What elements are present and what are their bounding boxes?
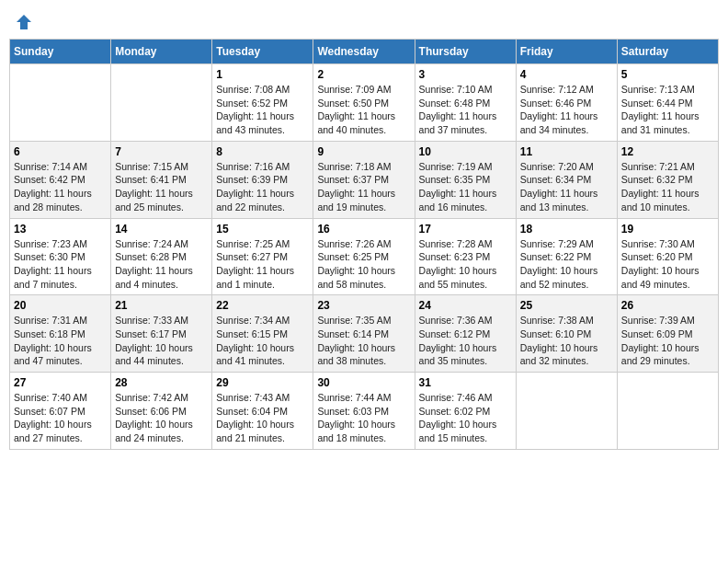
day-info: Sunrise: 7:10 AM Sunset: 6:48 PM Dayligh… bbox=[419, 83, 512, 137]
day-number: 6 bbox=[14, 145, 107, 158]
day-info: Sunrise: 7:29 AM Sunset: 6:22 PM Dayligh… bbox=[520, 237, 613, 292]
calendar-table: SundayMondayTuesdayWednesdayThursdayFrid… bbox=[9, 39, 719, 450]
calendar-cell: 1Sunrise: 7:08 AM Sunset: 6:52 PM Daylig… bbox=[212, 64, 313, 142]
calendar-cell: 7Sunrise: 7:15 AM Sunset: 6:41 PM Daylig… bbox=[111, 141, 212, 218]
calendar-week-row: 1Sunrise: 7:08 AM Sunset: 6:52 PM Daylig… bbox=[10, 64, 719, 142]
day-number: 9 bbox=[317, 145, 410, 158]
day-info: Sunrise: 7:26 AM Sunset: 6:25 PM Dayligh… bbox=[317, 237, 410, 292]
weekday-header: Monday bbox=[111, 40, 212, 64]
calendar-cell: 8Sunrise: 7:16 AM Sunset: 6:39 PM Daylig… bbox=[212, 141, 313, 218]
page-header bbox=[9, 9, 719, 31]
day-number: 24 bbox=[419, 299, 512, 312]
weekday-header: Thursday bbox=[415, 40, 516, 64]
logo-icon bbox=[15, 13, 33, 31]
weekday-header: Tuesday bbox=[212, 40, 313, 64]
day-info: Sunrise: 7:35 AM Sunset: 6:14 PM Dayligh… bbox=[317, 314, 410, 368]
calendar-cell bbox=[111, 64, 212, 142]
calendar-cell: 30Sunrise: 7:44 AM Sunset: 6:03 PM Dayli… bbox=[313, 373, 415, 450]
day-number: 25 bbox=[520, 299, 613, 312]
calendar-cell: 24Sunrise: 7:36 AM Sunset: 6:12 PM Dayli… bbox=[415, 295, 516, 373]
calendar-cell bbox=[617, 373, 718, 450]
day-number: 15 bbox=[216, 223, 309, 236]
day-info: Sunrise: 7:39 AM Sunset: 6:09 PM Dayligh… bbox=[621, 314, 714, 368]
day-number: 17 bbox=[419, 223, 512, 236]
day-info: Sunrise: 7:18 AM Sunset: 6:37 PM Dayligh… bbox=[317, 160, 410, 214]
day-number: 1 bbox=[216, 68, 309, 81]
day-number: 19 bbox=[621, 223, 714, 236]
calendar-cell: 3Sunrise: 7:10 AM Sunset: 6:48 PM Daylig… bbox=[415, 64, 516, 142]
day-info: Sunrise: 7:25 AM Sunset: 6:27 PM Dayligh… bbox=[216, 237, 309, 292]
weekday-header: Wednesday bbox=[313, 40, 415, 64]
weekday-header: Sunday bbox=[10, 40, 111, 64]
calendar-cell: 22Sunrise: 7:34 AM Sunset: 6:15 PM Dayli… bbox=[212, 295, 313, 373]
weekday-header: Friday bbox=[516, 40, 617, 64]
day-info: Sunrise: 7:13 AM Sunset: 6:44 PM Dayligh… bbox=[621, 83, 714, 137]
day-info: Sunrise: 7:44 AM Sunset: 6:03 PM Dayligh… bbox=[317, 391, 410, 445]
calendar-cell: 21Sunrise: 7:33 AM Sunset: 6:17 PM Dayli… bbox=[111, 295, 212, 373]
calendar-week-row: 13Sunrise: 7:23 AM Sunset: 6:30 PM Dayli… bbox=[10, 218, 719, 295]
calendar-week-row: 20Sunrise: 7:31 AM Sunset: 6:18 PM Dayli… bbox=[10, 295, 719, 373]
calendar-cell: 9Sunrise: 7:18 AM Sunset: 6:37 PM Daylig… bbox=[313, 141, 415, 218]
day-number: 16 bbox=[317, 223, 410, 236]
day-info: Sunrise: 7:42 AM Sunset: 6:06 PM Dayligh… bbox=[115, 391, 208, 445]
day-info: Sunrise: 7:20 AM Sunset: 6:34 PM Dayligh… bbox=[520, 160, 613, 214]
day-info: Sunrise: 7:28 AM Sunset: 6:23 PM Dayligh… bbox=[419, 237, 512, 292]
day-number: 4 bbox=[520, 68, 613, 81]
day-number: 3 bbox=[419, 68, 512, 81]
day-info: Sunrise: 7:08 AM Sunset: 6:52 PM Dayligh… bbox=[216, 83, 309, 137]
svg-marker-0 bbox=[17, 15, 31, 29]
day-info: Sunrise: 7:38 AM Sunset: 6:10 PM Dayligh… bbox=[520, 314, 613, 368]
day-number: 22 bbox=[216, 299, 309, 312]
calendar-cell: 13Sunrise: 7:23 AM Sunset: 6:30 PM Dayli… bbox=[10, 218, 111, 295]
day-number: 27 bbox=[14, 376, 107, 389]
day-number: 10 bbox=[419, 145, 512, 158]
calendar-cell: 10Sunrise: 7:19 AM Sunset: 6:35 PM Dayli… bbox=[415, 141, 516, 218]
day-number: 13 bbox=[14, 223, 107, 236]
day-number: 5 bbox=[621, 68, 714, 81]
day-number: 23 bbox=[317, 299, 410, 312]
day-number: 28 bbox=[115, 376, 208, 389]
calendar-cell: 11Sunrise: 7:20 AM Sunset: 6:34 PM Dayli… bbox=[516, 141, 617, 218]
calendar-cell: 19Sunrise: 7:30 AM Sunset: 6:20 PM Dayli… bbox=[617, 218, 718, 295]
calendar-cell: 18Sunrise: 7:29 AM Sunset: 6:22 PM Dayli… bbox=[516, 218, 617, 295]
day-number: 12 bbox=[621, 145, 714, 158]
calendar-cell: 12Sunrise: 7:21 AM Sunset: 6:32 PM Dayli… bbox=[617, 141, 718, 218]
day-info: Sunrise: 7:36 AM Sunset: 6:12 PM Dayligh… bbox=[419, 314, 512, 368]
calendar-week-row: 27Sunrise: 7:40 AM Sunset: 6:07 PM Dayli… bbox=[10, 373, 719, 450]
weekday-header: Saturday bbox=[617, 40, 718, 64]
calendar-cell: 23Sunrise: 7:35 AM Sunset: 6:14 PM Dayli… bbox=[313, 295, 415, 373]
day-number: 26 bbox=[621, 299, 714, 312]
day-info: Sunrise: 7:09 AM Sunset: 6:50 PM Dayligh… bbox=[317, 83, 410, 137]
calendar-cell bbox=[10, 64, 111, 142]
day-info: Sunrise: 7:16 AM Sunset: 6:39 PM Dayligh… bbox=[216, 160, 309, 214]
day-info: Sunrise: 7:23 AM Sunset: 6:30 PM Dayligh… bbox=[14, 237, 107, 292]
day-number: 20 bbox=[14, 299, 107, 312]
day-info: Sunrise: 7:24 AM Sunset: 6:28 PM Dayligh… bbox=[115, 237, 208, 292]
calendar-cell: 16Sunrise: 7:26 AM Sunset: 6:25 PM Dayli… bbox=[313, 218, 415, 295]
day-info: Sunrise: 7:14 AM Sunset: 6:42 PM Dayligh… bbox=[14, 160, 107, 214]
day-number: 14 bbox=[115, 223, 208, 236]
day-info: Sunrise: 7:40 AM Sunset: 6:07 PM Dayligh… bbox=[14, 391, 107, 445]
calendar-cell: 26Sunrise: 7:39 AM Sunset: 6:09 PM Dayli… bbox=[617, 295, 718, 373]
day-info: Sunrise: 7:33 AM Sunset: 6:17 PM Dayligh… bbox=[115, 314, 208, 368]
day-info: Sunrise: 7:21 AM Sunset: 6:32 PM Dayligh… bbox=[621, 160, 714, 214]
day-number: 2 bbox=[317, 68, 410, 81]
calendar-cell: 6Sunrise: 7:14 AM Sunset: 6:42 PM Daylig… bbox=[10, 141, 111, 218]
logo bbox=[13, 13, 33, 31]
calendar-cell: 2Sunrise: 7:09 AM Sunset: 6:50 PM Daylig… bbox=[313, 64, 415, 142]
day-number: 21 bbox=[115, 299, 208, 312]
day-info: Sunrise: 7:15 AM Sunset: 6:41 PM Dayligh… bbox=[115, 160, 208, 214]
calendar-cell: 31Sunrise: 7:46 AM Sunset: 6:02 PM Dayli… bbox=[415, 373, 516, 450]
day-info: Sunrise: 7:19 AM Sunset: 6:35 PM Dayligh… bbox=[419, 160, 512, 214]
calendar-cell: 15Sunrise: 7:25 AM Sunset: 6:27 PM Dayli… bbox=[212, 218, 313, 295]
calendar-cell bbox=[516, 373, 617, 450]
day-info: Sunrise: 7:12 AM Sunset: 6:46 PM Dayligh… bbox=[520, 83, 613, 137]
day-number: 29 bbox=[216, 376, 309, 389]
weekday-header-row: SundayMondayTuesdayWednesdayThursdayFrid… bbox=[10, 40, 719, 64]
calendar-week-row: 6Sunrise: 7:14 AM Sunset: 6:42 PM Daylig… bbox=[10, 141, 719, 218]
day-info: Sunrise: 7:31 AM Sunset: 6:18 PM Dayligh… bbox=[14, 314, 107, 368]
calendar-cell: 25Sunrise: 7:38 AM Sunset: 6:10 PM Dayli… bbox=[516, 295, 617, 373]
calendar-cell: 14Sunrise: 7:24 AM Sunset: 6:28 PM Dayli… bbox=[111, 218, 212, 295]
day-number: 11 bbox=[520, 145, 613, 158]
day-number: 30 bbox=[317, 376, 410, 389]
